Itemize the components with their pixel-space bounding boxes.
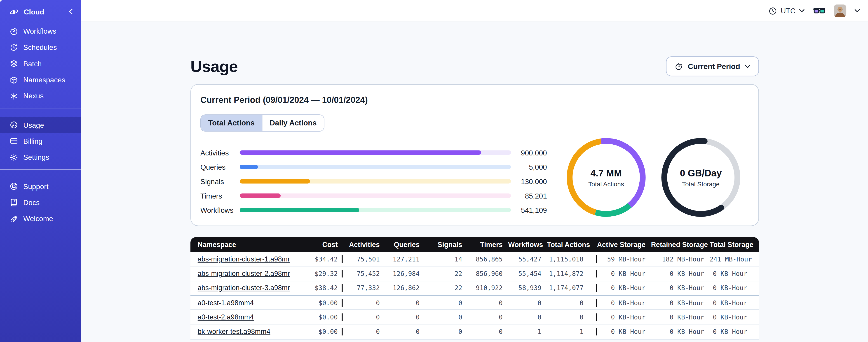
column-header-workflows: Workflows [508,241,547,248]
sidebar-item-nexus[interactable]: Nexus [0,88,81,104]
sidebar-brand[interactable]: Cloud [0,0,81,23]
bar-label: Workflows [200,206,234,214]
table-row: a0-test-1.a98mm4 $0.00 0 0 0 0 0 0 0 KB-… [190,296,759,310]
sidebar-item-billing[interactable]: Billing [0,133,81,149]
timezone-selector[interactable]: UTC [769,6,805,15]
column-header-namespace: Namespace [190,241,290,248]
sidebar-item-label: Nexus [23,92,43,100]
namespace-cell: abs-migration-cluster-3.a98mm4 [190,284,290,292]
workflows-cell: 55,454 [508,270,547,277]
total-storage-cell: 0 KB-Hour [710,270,759,277]
timers-cell: 0 [468,299,508,306]
bar-value: 130,000 [501,177,547,185]
activities-cell: 77,332 [342,284,385,292]
cost-cell: $0.00 [290,313,342,321]
namespace-link[interactable]: abs-migration-cluster-1.a98mm4 [198,255,290,263]
retained-storage-cell: 0 KB-Hour [651,313,710,321]
activities-cell: 0 [342,313,385,321]
actions-bar-chart: Activities 900,000 Queries 5,000 Signals… [191,145,556,217]
total-actions-cell: 1,114,872 [547,270,596,277]
activities-cell: 75,501 [342,255,385,263]
sidebar-item-welcome[interactable]: Welcome [0,210,81,227]
bar-value: 85,201 [501,192,547,200]
column-header-queries: Queries [385,241,425,248]
timezone-label: UTC [781,6,796,15]
tab-daily-actions[interactable]: Daily Actions [262,115,324,131]
tab-total-actions[interactable]: Total Actions [201,115,262,131]
bar-value: 900,000 [501,148,547,157]
queries-cell: 127,211 [385,255,425,263]
bar-row-signals: Signals 130,000 [191,174,556,189]
total-storage-cell: 0 KB-Hour [710,299,759,306]
sidebar-item-label: Usage [23,121,44,129]
workflows-spiral-icon [9,27,18,36]
total-storage-caption: Total Storage [682,180,719,187]
active-storage-cell: 59 MB-Hour [596,255,651,263]
table-row: abs-migration-cluster-1.a98mm4 $34.42 75… [190,252,759,266]
nerd-glasses-icon[interactable] [813,7,826,14]
table-row: bk-worker-test.a98mm4 $0.00 0 0 0 0 1 1 … [190,324,759,339]
cloud-orbit-icon [9,7,19,16]
bar-track [240,179,511,184]
bar-fill [240,150,481,155]
sidebar-item-label: Settings [23,153,49,162]
column-header-active-storage: Active Storage [596,241,651,248]
sidebar-item-label: Welcome [23,214,53,223]
account-chevron-down-icon[interactable] [854,9,860,13]
bar-row-workflows: Workflows 541,109 [191,203,556,217]
sidebar-item-usage[interactable]: Usage [0,117,81,133]
namespace-link[interactable]: abs-migration-cluster-2.a98mm4 [198,270,290,277]
retained-storage-cell: 0 KB-Hour [651,299,710,306]
app-viewport: Cloud Workflows Schedules Batch [0,0,868,342]
page-title: Usage [190,57,238,76]
retained-storage-cell: 0 KB-Hour [651,270,710,277]
total-actions-cell: 1,115,018 [547,255,596,263]
sidebar-item-batch[interactable]: Batch [0,56,81,72]
queries-cell: 0 [385,328,425,336]
workflows-cell: 1 [508,328,547,336]
activities-cell: 0 [342,299,385,306]
sidebar-item-workflows[interactable]: Workflows [0,23,81,39]
active-storage-cell: 0 KB-Hour [596,270,651,277]
namespace-link[interactable]: abs-migration-cluster-3.a98mm4 [198,284,290,292]
active-storage-cell: 0 KB-Hour [596,313,651,321]
total-actions-donut: 4.7 MM Total Actions [565,136,647,218]
sidebar-item-label: Support [23,182,49,191]
period-selector-button[interactable]: Current Period [666,57,759,76]
sidebar-divider [0,108,81,108]
sidebar-item-support[interactable]: Support [0,178,81,195]
column-header-retained-storage: Retained Storage [651,241,710,248]
sidebar-item-schedules[interactable]: Schedules [0,39,81,56]
brand-label: Cloud [24,7,63,16]
bar-track [240,193,511,198]
workflows-cell: 58,939 [508,284,547,292]
namespace-link[interactable]: a0-test-2.a98mm4 [198,313,254,321]
table-body: abs-migration-cluster-1.a98mm4 $34.42 75… [190,252,759,339]
sidebar-item-namespaces[interactable]: Namespaces [0,72,81,88]
sidebar-item-label: Workflows [23,27,56,35]
cost-cell: $29.32 [290,270,342,277]
workflows-cell: 55,427 [508,255,547,263]
column-header-total-storage: Total Storage [710,241,759,248]
namespace-link[interactable]: bk-worker-test.a98mm4 [198,328,271,336]
card-title: Current Period (09/01/2024 — 10/01/2024) [200,95,368,105]
queries-cell: 0 [385,299,425,306]
chevron-left-icon[interactable] [67,8,74,15]
sidebar-item-label: Schedules [23,43,57,52]
total-actions-cell: 0 [547,299,596,306]
settings-gear-icon [9,153,18,162]
table-header: Namespace Cost Activities Queries Signal… [190,237,759,252]
sidebar: Cloud Workflows Schedules Batch [0,0,81,342]
table-row: a0-test-2.a98mm4 $0.00 0 0 0 0 0 0 0 KB-… [190,310,759,324]
signals-cell: 14 [425,255,468,263]
column-header-activities: Activities [342,241,385,248]
user-avatar[interactable] [834,4,846,17]
sidebar-item-label: Namespaces [23,76,65,84]
namespace-cell: abs-migration-cluster-2.a98mm4 [190,270,290,277]
sidebar-divider [0,169,81,170]
usage-gauge-icon [9,121,18,129]
sidebar-item-settings[interactable]: Settings [0,149,81,166]
sidebar-item-docs[interactable]: Docs [0,195,81,211]
batch-layers-icon [9,59,18,68]
namespace-link[interactable]: a0-test-1.a98mm4 [198,299,254,306]
